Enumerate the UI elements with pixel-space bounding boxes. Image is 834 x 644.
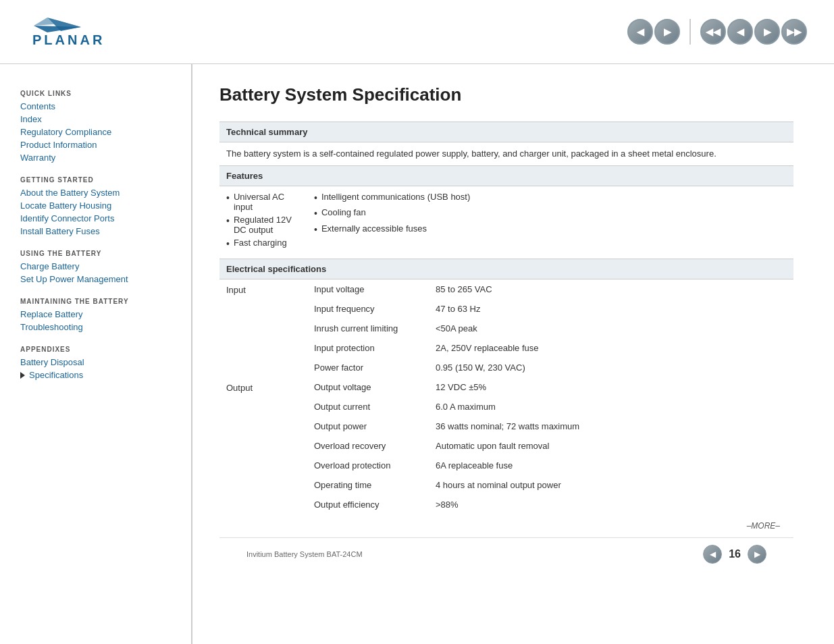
- spec-row-input-voltage: Input Input voltage 85 to 265 VAC: [219, 279, 793, 300]
- bullet-icon: •: [314, 223, 317, 237]
- first-button[interactable]: ◀◀: [700, 19, 726, 45]
- logo: PLANAR: [27, 12, 135, 51]
- more-link: –MORE–: [219, 521, 793, 531]
- prev-button[interactable]: ◀: [627, 19, 653, 45]
- footer-next-button[interactable]: ▶: [748, 545, 766, 564]
- spec-value-power-factor: 0.95 (150 W, 230 VAC): [429, 358, 793, 377]
- output-group-label: Output: [219, 377, 307, 514]
- link-regulatory[interactable]: Regulatory Compliance: [20, 127, 178, 137]
- header: PLANAR ◀ ▶ ◀◀ ◀ ▶ ▶▶: [0, 0, 834, 64]
- page-title: Battery System Specification: [219, 84, 793, 105]
- next2-button[interactable]: ▶: [754, 19, 780, 45]
- technical-summary-row: The battery system is a self-contained r…: [219, 142, 793, 166]
- link-locate[interactable]: Locate Battery Housing: [20, 200, 178, 211]
- next-button[interactable]: ▶: [654, 19, 680, 45]
- spec-name-inrush: Inrush current limiting: [307, 319, 429, 338]
- input-group-label: Input: [219, 279, 307, 378]
- link-replace[interactable]: Replace Battery: [20, 309, 178, 319]
- body-layout: QUICK LINKS Contents Index Regulatory Co…: [0, 64, 834, 644]
- feature-item-6: • Externally accessible fuses: [314, 223, 787, 237]
- link-disposal[interactable]: Battery Disposal: [20, 357, 178, 367]
- quick-links-label: QUICK LINKS: [20, 90, 178, 97]
- link-charge[interactable]: Charge Battery: [20, 261, 178, 271]
- link-index[interactable]: Index: [20, 114, 178, 124]
- spec-value-output-efficiency: >88%: [429, 495, 793, 514]
- spec-name-input-protection: Input protection: [307, 338, 429, 358]
- electrical-header: Electrical specifications: [219, 259, 793, 279]
- spec-name-power-factor: Power factor: [307, 358, 429, 377]
- link-identify[interactable]: Identify Connector Ports: [20, 213, 178, 223]
- feature-item-1: • Universal AC input: [226, 192, 301, 212]
- link-warranty[interactable]: Warranty: [20, 153, 178, 163]
- spec-value-output-current: 6.0 A maximum: [429, 397, 793, 417]
- svg-text:PLANAR: PLANAR: [32, 32, 105, 47]
- spec-value-output-power: 36 watts nominal; 72 watts maximum: [429, 417, 793, 436]
- spec-name-overload-protection: Overload protection: [307, 456, 429, 475]
- logo-area: PLANAR: [27, 12, 135, 51]
- planar-logo-svg: PLANAR: [27, 12, 135, 49]
- spec-row-output-voltage: Output Output voltage 12 VDC ±5%: [219, 377, 793, 397]
- feature-item-3: • Fast charging: [226, 238, 301, 251]
- footer-prev-button[interactable]: ◀: [703, 545, 722, 564]
- link-troubleshoot[interactable]: Troubleshooting: [20, 322, 178, 332]
- features-header: Features: [219, 165, 793, 186]
- spec-value-input-protection: 2A, 250V replaceable fuse: [429, 338, 793, 358]
- bullet-icon: •: [226, 215, 230, 228]
- footer-doc-name: Invitium Battery System BAT-24CM: [246, 550, 363, 558]
- footer-nav: ◀ 16 ▶: [703, 545, 766, 564]
- spec-value-output-voltage: 12 VDC ±5%: [429, 377, 793, 397]
- technical-summary-text: The battery system is a self-contained r…: [219, 142, 793, 166]
- active-arrow-icon: [20, 372, 25, 379]
- bullet-icon: •: [226, 192, 230, 205]
- features-left: • Universal AC input • Regulated 12V DC …: [219, 186, 307, 259]
- spec-value-overload-recovery: Automatic upon fault removal: [429, 436, 793, 456]
- link-power-mgmt[interactable]: Set Up Power Management: [20, 274, 178, 284]
- page-footer: Invitium Battery System BAT-24CM ◀ 16 ▶: [219, 537, 793, 570]
- maintaining-label: MAINTAINING THE BATTERY: [20, 298, 178, 305]
- prev2-button[interactable]: ◀: [727, 19, 753, 45]
- spec-value-input-freq: 47 to 63 Hz: [429, 299, 793, 319]
- bullet-icon: •: [314, 192, 317, 205]
- using-label: USING THE BATTERY: [20, 250, 178, 257]
- spec-value-overload-protection: 6A replaceable fuse: [429, 456, 793, 475]
- main-content: Battery System Specification Technical s…: [192, 64, 834, 644]
- nav-divider: [689, 19, 691, 45]
- bullet-icon: •: [314, 207, 317, 221]
- spec-name-operating-time: Operating time: [307, 475, 429, 495]
- appendixes-label: APPENDIXES: [20, 346, 178, 353]
- spec-value-input-voltage: 85 to 265 VAC: [429, 279, 793, 300]
- page-number: 16: [725, 548, 745, 560]
- feature-item-5: • Cooling fan: [314, 207, 787, 221]
- spec-name-output-current: Output current: [307, 397, 429, 417]
- link-specifications[interactable]: Specifications: [20, 370, 178, 380]
- link-install-fuses[interactable]: Install Battery Fuses: [20, 226, 178, 236]
- spec-name-input-freq: Input frequency: [307, 299, 429, 319]
- spec-name-output-voltage: Output voltage: [307, 377, 429, 397]
- feature-item-4: • Intelligent communications (USB host): [314, 192, 787, 205]
- spec-name-overload-recovery: Overload recovery: [307, 436, 429, 456]
- spec-table: Technical summary The battery system is …: [219, 122, 793, 514]
- nav-group-1: ◀ ▶: [627, 19, 680, 45]
- getting-started-label: GETTING STARTED: [20, 176, 178, 184]
- spec-name-output-power: Output power: [307, 417, 429, 436]
- features-header-row: Features: [219, 165, 793, 186]
- sidebar: QUICK LINKS Contents Index Regulatory Co…: [0, 64, 192, 644]
- link-about[interactable]: About the Battery System: [20, 188, 178, 198]
- spec-name-output-efficiency: Output efficiency: [307, 495, 429, 514]
- link-product-info[interactable]: Product Information: [20, 140, 178, 150]
- technical-summary-header: Technical summary: [219, 122, 793, 142]
- features-row: • Universal AC input • Regulated 12V DC …: [219, 186, 793, 259]
- feature-item-2: • Regulated 12V DC output: [226, 215, 301, 235]
- features-right: • Intelligent communications (USB host) …: [307, 186, 793, 259]
- nav-group-2: ◀◀ ◀ ▶ ▶▶: [700, 19, 807, 45]
- nav-buttons: ◀ ▶ ◀◀ ◀ ▶ ▶▶: [627, 19, 807, 45]
- electrical-header-row: Electrical specifications: [219, 259, 793, 279]
- bullet-icon: •: [226, 238, 230, 251]
- link-contents[interactable]: Contents: [20, 101, 178, 111]
- spec-name-input-voltage: Input voltage: [307, 279, 429, 300]
- spec-value-operating-time: 4 hours at nominal output power: [429, 475, 793, 495]
- spec-value-inrush: <50A peak: [429, 319, 793, 338]
- technical-summary-header-row: Technical summary: [219, 122, 793, 142]
- last-button[interactable]: ▶▶: [781, 19, 807, 45]
